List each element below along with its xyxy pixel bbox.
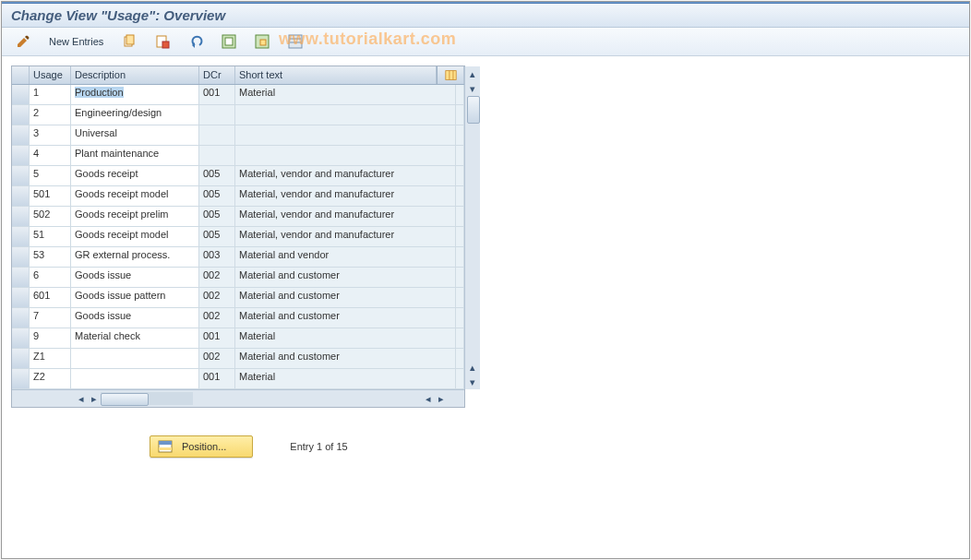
copy-button[interactable] <box>115 31 143 52</box>
new-entries-button[interactable]: New Entries <box>42 33 110 50</box>
scroll-down-button[interactable]: ▾ <box>465 81 480 96</box>
configure-columns-button[interactable] <box>437 66 464 84</box>
table-row[interactable]: 4Plant maintenance <box>12 146 464 166</box>
cell-usage[interactable]: 1 <box>30 85 71 104</box>
hscroll-left[interactable]: ◂ <box>75 392 88 405</box>
cell-description[interactable]: Production <box>71 85 199 104</box>
hscroll-right[interactable]: ▸ <box>88 392 101 405</box>
cell-description[interactable]: Goods receipt <box>71 166 199 185</box>
row-selector[interactable] <box>12 207 30 226</box>
scroll-track[interactable] <box>465 96 480 360</box>
cell-description[interactable]: Goods issue pattern <box>71 288 199 307</box>
row-selector[interactable] <box>12 328 30 348</box>
table-row[interactable]: 601Goods issue pattern002Material and cu… <box>12 288 464 308</box>
header-dcr[interactable]: DCr <box>199 66 235 84</box>
cell-usage[interactable]: 501 <box>30 186 71 206</box>
table-row[interactable]: 9Material check001Material <box>12 328 464 349</box>
table-row[interactable]: 53GR external process.003Material and ve… <box>12 247 464 268</box>
table-row[interactable]: Z2001Material <box>12 369 464 389</box>
row-selector[interactable] <box>12 186 30 206</box>
row-selector[interactable] <box>12 125 30 145</box>
hscroll-track[interactable] <box>101 392 193 405</box>
cell-usage[interactable]: Z1 <box>30 349 71 368</box>
header-select-all[interactable] <box>12 66 30 84</box>
cell-description[interactable]: Goods receipt model <box>71 186 199 206</box>
cell-short-text <box>235 125 456 145</box>
table-row[interactable]: 7Goods issue002Material and customer <box>12 308 464 328</box>
cell-tail <box>456 268 464 287</box>
scroll-up-button[interactable]: ▴ <box>465 66 480 81</box>
cell-description[interactable]: Plant maintenance <box>71 146 199 165</box>
cell-usage[interactable]: 9 <box>30 328 71 348</box>
table-row[interactable]: 51Goods receipt model005Material, vendor… <box>12 227 464 247</box>
svg-rect-7 <box>260 40 266 45</box>
position-label: Position... <box>182 441 226 452</box>
cell-dcr: 001 <box>199 85 235 104</box>
cell-usage[interactable]: 4 <box>30 146 71 165</box>
cell-usage[interactable]: 51 <box>30 227 71 246</box>
scroll-down-button-2[interactable]: ▾ <box>465 375 480 389</box>
row-selector[interactable] <box>12 146 30 165</box>
row-selector[interactable] <box>12 227 30 246</box>
select-block-button[interactable] <box>248 31 276 52</box>
cell-usage[interactable]: 6 <box>30 268 71 287</box>
header-usage[interactable]: Usage <box>30 66 71 84</box>
table-row[interactable]: 3Universal <box>12 125 464 146</box>
grid-header: Usage Description DCr Short text <box>12 66 464 85</box>
position-button[interactable]: Position... <box>150 435 253 458</box>
cell-usage[interactable]: 502 <box>30 207 71 226</box>
table-row[interactable]: 5Goods receipt005Material, vendor and ma… <box>12 166 464 186</box>
row-selector[interactable] <box>12 349 30 368</box>
row-selector[interactable] <box>12 288 30 307</box>
row-selector[interactable] <box>12 85 30 104</box>
table-row[interactable]: 501Goods receipt model005Material, vendo… <box>12 186 464 207</box>
row-selector[interactable] <box>12 369 30 388</box>
cell-usage[interactable]: 5 <box>30 166 71 185</box>
cell-description[interactable] <box>71 349 199 368</box>
cell-description[interactable]: Goods issue <box>71 268 199 287</box>
select-all-icon <box>222 34 236 49</box>
cell-description[interactable] <box>71 369 199 388</box>
hscroll-left-2[interactable]: ◂ <box>422 392 435 405</box>
cell-description[interactable]: Material check <box>71 328 199 348</box>
hscroll-right-2[interactable]: ▸ <box>435 392 448 405</box>
row-selector[interactable] <box>12 247 30 267</box>
row-selector[interactable] <box>12 166 30 185</box>
table-row[interactable]: Z1002Material and customer <box>12 349 464 369</box>
cell-usage[interactable]: 7 <box>30 308 71 328</box>
header-short-text[interactable]: Short text <box>235 66 437 84</box>
cell-description[interactable]: GR external process. <box>71 247 199 267</box>
cell-usage[interactable]: 601 <box>30 288 71 307</box>
cell-usage[interactable]: 53 <box>30 247 71 267</box>
table-row[interactable]: 1Production001Material <box>12 85 464 105</box>
row-selector[interactable] <box>12 105 30 125</box>
app-window: Change View "Usage": Overview New Entrie… <box>1 1 970 559</box>
undo-button[interactable] <box>182 31 210 52</box>
cell-usage[interactable]: 3 <box>30 125 71 145</box>
cell-usage[interactable]: 2 <box>30 105 71 125</box>
table-row[interactable]: 502Goods receipt prelim005Material, vend… <box>12 207 464 227</box>
cell-description[interactable]: Goods receipt prelim <box>71 207 199 226</box>
hscroll-thumb[interactable] <box>101 393 149 406</box>
cell-tail <box>456 166 464 185</box>
header-description[interactable]: Description <box>71 66 199 84</box>
delete-button[interactable] <box>149 31 176 52</box>
cell-dcr: 005 <box>199 166 235 185</box>
cell-description[interactable]: Goods receipt model <box>71 227 199 246</box>
cell-description[interactable]: Universal <box>71 125 199 145</box>
cell-dcr: 002 <box>199 288 235 307</box>
row-selector[interactable] <box>12 268 30 287</box>
vertical-scrollbar[interactable]: ▴ ▾ ▴ ▾ <box>464 66 480 389</box>
table-row[interactable]: 6Goods issue002Material and customer <box>12 268 464 288</box>
cell-usage[interactable]: Z2 <box>30 369 71 388</box>
table-row[interactable]: 2Engineering/design <box>12 105 464 125</box>
cell-description[interactable]: Goods issue <box>71 308 199 328</box>
select-all-button[interactable] <box>215 31 243 52</box>
cell-tail <box>456 328 464 348</box>
scroll-thumb[interactable] <box>467 96 480 124</box>
row-selector[interactable] <box>12 308 30 328</box>
scroll-up-button-2[interactable]: ▴ <box>465 360 480 375</box>
svg-rect-1 <box>126 35 134 44</box>
toggle-tool-button[interactable] <box>9 31 37 52</box>
cell-description[interactable]: Engineering/design <box>71 105 199 125</box>
